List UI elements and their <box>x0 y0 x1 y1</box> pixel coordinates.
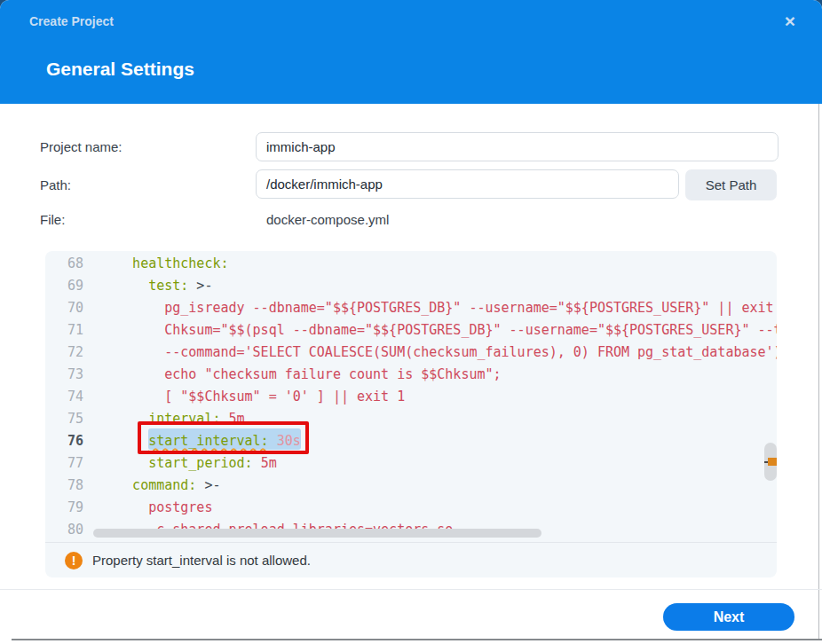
code-line[interactable]: 69 test: >- <box>45 275 777 297</box>
code-line[interactable]: 73 echo "checksum failure count is $$Chk… <box>45 364 777 386</box>
line-number: 78 <box>45 475 90 497</box>
code-line[interactable]: 79 postgres <box>45 497 777 519</box>
dialog-bottom-edge <box>12 639 822 640</box>
validation-message: Property start_interval is not allowed. <box>92 553 311 568</box>
line-number: 77 <box>45 452 90 475</box>
code-text: test: >- <box>90 275 777 297</box>
code-lines[interactable]: 68 healthcheck:69 test: >-70 pg_isready … <box>45 253 777 541</box>
error-box-annotation <box>138 421 309 454</box>
line-number: 75 <box>45 408 90 430</box>
line-number: 79 <box>45 497 90 519</box>
path-label: Path: <box>40 177 71 192</box>
scrollbar-error-marker <box>768 458 777 466</box>
validation-status-bar: ! Property start_interval is not allowed… <box>45 542 777 577</box>
close-icon[interactable]: × <box>778 9 802 34</box>
page-title: General Settings <box>46 59 194 80</box>
code-line[interactable]: 70 pg_isready --dbname="$${POSTGRES_DB}"… <box>45 297 777 319</box>
code-line[interactable]: 74 [ "$$Chksum" = '0' ] || exit 1 <box>45 386 777 408</box>
code-text: start_period: 5m <box>90 452 777 475</box>
set-path-button[interactable]: Set Path <box>685 169 777 200</box>
line-number: 73 <box>45 364 90 386</box>
project-name-input[interactable] <box>256 132 779 161</box>
line-number: 76 <box>45 430 90 452</box>
horizontal-scrollbar[interactable] <box>93 529 541 538</box>
code-text: [ "$$Chksum" = '0' ] || exit 1 <box>90 386 777 408</box>
path-input[interactable] <box>256 169 679 199</box>
screen: Create Project × General Settings Projec… <box>0 0 822 644</box>
code-line[interactable]: 72 --command='SELECT COALESCE(SUM(checks… <box>45 342 777 364</box>
code-text: pg_isready --dbname="$${POSTGRES_DB}" --… <box>90 297 777 319</box>
create-project-dialog: Create Project × General Settings Projec… <box>0 0 822 641</box>
code-line[interactable]: 71 Chksum="$$(psql --dbname="$${POSTGRES… <box>45 319 777 342</box>
file-label: File: <box>40 212 65 227</box>
code-text: echo "checksum failure count is $$Chksum… <box>90 364 777 386</box>
code-text: postgres <box>90 497 777 519</box>
window-title: Create Project <box>29 14 114 28</box>
code-text: healthcheck: <box>90 253 777 275</box>
file-value: docker-compose.yml <box>266 212 389 227</box>
line-number: 68 <box>45 253 90 275</box>
line-number: 72 <box>45 342 90 364</box>
line-number: 70 <box>45 297 90 319</box>
code-line[interactable]: 78 command: >- <box>45 475 777 497</box>
code-area[interactable]: 68 healthcheck:69 test: >-70 pg_isready … <box>45 251 777 542</box>
yaml-editor[interactable]: 68 healthcheck:69 test: >-70 pg_isready … <box>45 251 777 577</box>
project-name-label: Project name: <box>40 139 123 154</box>
line-number: 69 <box>45 275 90 297</box>
warning-icon: ! <box>65 552 83 569</box>
next-button[interactable]: Next <box>663 603 794 631</box>
code-text: Chksum="$$(psql --dbname="$${POSTGRES_DB… <box>90 319 777 342</box>
line-number: 74 <box>45 386 90 408</box>
code-line[interactable]: 68 healthcheck: <box>45 253 777 275</box>
dialog-header: Create Project × General Settings <box>0 0 822 104</box>
line-number: 71 <box>45 319 90 342</box>
code-text: command: >- <box>90 475 777 497</box>
dialog-right-edge <box>818 104 819 640</box>
code-line[interactable]: 77 start_period: 5m <box>45 452 777 475</box>
code-text: --command='SELECT COALESCE(SUM(checksum_… <box>90 342 777 364</box>
line-number: 80 <box>45 519 90 541</box>
footer-divider <box>0 589 822 590</box>
